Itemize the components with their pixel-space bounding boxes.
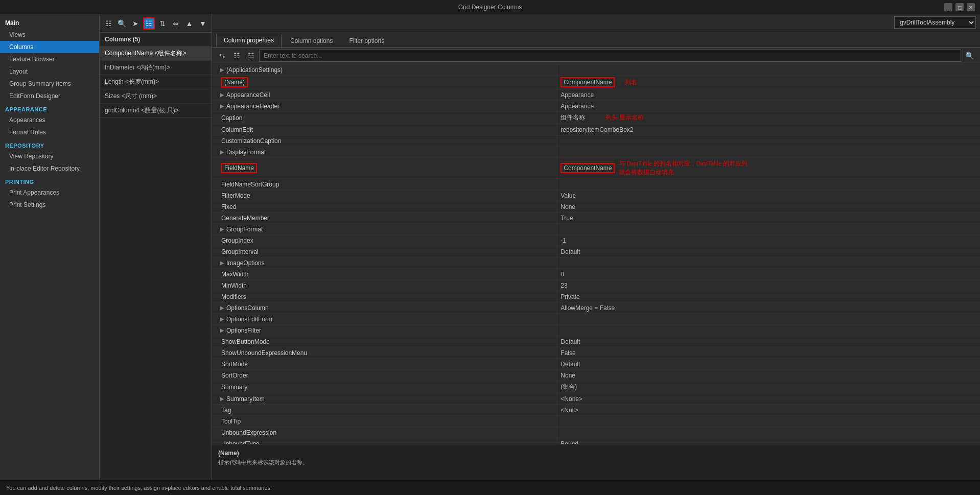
sidebar-item-layout[interactable]: Layout bbox=[0, 65, 99, 78]
table-row[interactable]: ▶SummaryItem<None> bbox=[212, 393, 980, 405]
table-row[interactable]: ColumnEditrepositoryItemComboBox2 bbox=[212, 124, 980, 135]
prop-name-label: MinWidth bbox=[221, 282, 247, 289]
column-item[interactable]: ComponentName <组件名称> bbox=[100, 46, 212, 61]
table-row[interactable]: (Name)ComponentName列名 bbox=[212, 76, 980, 89]
table-row[interactable]: ▶OptionsColumnAllowMerge = False bbox=[212, 302, 980, 314]
merge-button[interactable]: ⇔ bbox=[170, 17, 181, 30]
down-button[interactable]: ▼ bbox=[197, 17, 208, 30]
column-item[interactable]: InDiameter <内径(mm)> bbox=[100, 61, 212, 75]
table-row[interactable]: ▶AppearanceCellAppearance bbox=[212, 89, 980, 101]
sidebar-item-columns[interactable]: Columns bbox=[0, 41, 99, 53]
columns-panel: ☷ 🔍 ➤ ☷ ⇅ ⇔ ▲ ▼ Columns (5) ComponentNam… bbox=[100, 14, 212, 480]
sidebar-item-print-settings[interactable]: Print Settings bbox=[0, 199, 99, 211]
split-button[interactable]: ⇅ bbox=[157, 17, 168, 30]
sidebar-item-appearances[interactable]: Appearances bbox=[0, 114, 99, 126]
table-row[interactable]: ▶DisplayFormat bbox=[212, 147, 980, 158]
prop-value-cell: None bbox=[557, 370, 980, 381]
sidebar-item-view-repository[interactable]: View Repository bbox=[0, 150, 99, 162]
prop-name-label: Modifiers bbox=[221, 293, 246, 300]
prop-name-cell: GroupInterval bbox=[212, 246, 557, 257]
table-row[interactable]: GenerateMemberTrue bbox=[212, 213, 980, 224]
table-row[interactable]: SortModeDefault bbox=[212, 359, 980, 370]
props-sort-cat-button[interactable]: ☷ bbox=[230, 50, 243, 62]
prop-name-cell: Caption bbox=[212, 112, 557, 124]
table-row[interactable]: Caption组件名称列头 显示名称 bbox=[212, 112, 980, 124]
table-row[interactable]: ShowButtonModeDefault bbox=[212, 336, 980, 347]
prop-name-label: FilterMode bbox=[221, 192, 250, 199]
prop-name-label: ShowUnboundExpressionMenu bbox=[221, 349, 307, 357]
table-row[interactable]: MinWidth23 bbox=[212, 280, 980, 291]
tab-column-properties[interactable]: Column properties bbox=[216, 34, 282, 47]
sidebar-item-inplace-editor[interactable]: In-place Editor Repository bbox=[0, 162, 99, 175]
prop-name-cell[interactable]: ▶OptionsEditForm bbox=[212, 314, 557, 324]
table-row[interactable]: ▶GroupFormat bbox=[212, 224, 980, 235]
table-row[interactable]: GroupIndex-1 bbox=[212, 235, 980, 246]
table-row[interactable]: ▶OptionsFilter bbox=[212, 325, 980, 336]
props-filter-button[interactable]: ☷ bbox=[245, 50, 257, 62]
sidebar-item-feature-browser[interactable]: Feature Browser bbox=[0, 53, 99, 65]
prop-name-cell[interactable]: ▶GroupFormat bbox=[212, 224, 557, 234]
title-bar-text: Grid Designer Columns bbox=[458, 4, 522, 11]
sidebar-item-editform[interactable]: EditForm Designer bbox=[0, 90, 99, 102]
column-item[interactable]: Length <长度(mm)> bbox=[100, 75, 212, 89]
grid-view-button[interactable]: ☷ bbox=[103, 17, 114, 30]
prop-name-label: GroupInterval bbox=[221, 248, 259, 255]
prop-name-label: AppearanceHeader bbox=[226, 103, 279, 110]
restore-button[interactable]: ◻ bbox=[955, 3, 964, 11]
prop-name-cell: FieldName bbox=[212, 158, 557, 178]
table-row[interactable]: CustomizationCaption bbox=[212, 135, 980, 147]
column-item[interactable]: gridColumn4 <数量(根,只)> bbox=[100, 104, 212, 118]
arrow-button[interactable]: ➤ bbox=[130, 17, 141, 30]
close-button[interactable]: ✕ bbox=[967, 3, 975, 11]
table-row[interactable]: UnboundTypeBound bbox=[212, 438, 980, 444]
table-row[interactable]: ▶ImageOptions bbox=[212, 257, 980, 269]
up-button[interactable]: ▲ bbox=[183, 17, 195, 30]
search-button[interactable]: 🔍 bbox=[116, 17, 127, 30]
prop-name-cell[interactable]: ▶AppearanceCell bbox=[212, 89, 557, 100]
table-row[interactable]: ToolTip bbox=[212, 416, 980, 427]
prop-name-cell[interactable]: ▶SummaryItem bbox=[212, 393, 557, 404]
prop-name-cell[interactable]: ▶(ApplicationSettings) bbox=[212, 64, 557, 75]
table-row[interactable]: FieldNameComponentName与 DataTable 的列名相对应… bbox=[212, 158, 980, 179]
table-row[interactable]: ▶(ApplicationSettings) bbox=[212, 64, 980, 76]
table-row[interactable]: ShowUnboundExpressionMenuFalse bbox=[212, 347, 980, 359]
table-row[interactable]: ModifiersPrivate bbox=[212, 291, 980, 302]
prop-value-cell: False bbox=[557, 347, 980, 358]
prop-name-cell[interactable]: ▶ImageOptions bbox=[212, 257, 557, 268]
status-bar: You can add and delete columns, modify t… bbox=[0, 480, 980, 495]
prop-name-label: (ApplicationSettings) bbox=[226, 66, 283, 74]
tab-filter-options[interactable]: Filter options bbox=[341, 34, 392, 47]
add-col-button[interactable]: ☷ bbox=[143, 17, 155, 30]
prop-name-cell[interactable]: ▶AppearanceHeader bbox=[212, 101, 557, 111]
table-row[interactable]: SortOrderNone bbox=[212, 370, 980, 381]
prop-name-label: ColumnEdit bbox=[221, 126, 253, 133]
grid-dropdown[interactable]: gvDrillToolAssembly bbox=[894, 16, 976, 29]
minimize-button[interactable]: ⎯ bbox=[944, 3, 952, 11]
prop-value-cell: Default bbox=[557, 246, 980, 257]
column-item[interactable]: Sizes <尺寸 (mm)> bbox=[100, 89, 212, 104]
prop-value-cell: None bbox=[557, 201, 980, 212]
table-row[interactable]: FieldNameSortGroup bbox=[212, 179, 980, 190]
sidebar-item-print-appearances[interactable]: Print Appearances bbox=[0, 186, 99, 199]
prop-name-label: Caption bbox=[221, 114, 242, 122]
prop-name-cell[interactable]: ▶DisplayFormat bbox=[212, 147, 557, 157]
table-row[interactable]: FixedNone bbox=[212, 201, 980, 213]
tab-column-options[interactable]: Column options bbox=[283, 34, 340, 47]
table-row[interactable]: Summary(集合) bbox=[212, 381, 980, 393]
table-row[interactable]: MaxWidth0 bbox=[212, 269, 980, 280]
sidebar-section-main[interactable]: Main bbox=[0, 16, 99, 29]
prop-name-cell[interactable]: ▶OptionsFilter bbox=[212, 325, 557, 336]
columns-toolbar: ☷ 🔍 ➤ ☷ ⇅ ⇔ ▲ ▼ bbox=[100, 14, 212, 33]
search-input[interactable] bbox=[259, 50, 961, 62]
sidebar-item-views[interactable]: Views bbox=[0, 29, 99, 41]
table-row[interactable]: GroupIntervalDefault bbox=[212, 246, 980, 257]
table-row[interactable]: FilterModeValue bbox=[212, 190, 980, 201]
prop-name-cell[interactable]: ▶OptionsColumn bbox=[212, 302, 557, 313]
table-row[interactable]: ▶AppearanceHeaderAppearance bbox=[212, 101, 980, 112]
sidebar-item-group-summary[interactable]: Group Summary Items bbox=[0, 78, 99, 90]
table-row[interactable]: ▶OptionsEditForm bbox=[212, 314, 980, 325]
table-row[interactable]: UnboundExpression bbox=[212, 427, 980, 438]
table-row[interactable]: Tag<Null> bbox=[212, 405, 980, 416]
sidebar-item-format-rules[interactable]: Format Rules bbox=[0, 126, 99, 138]
props-sort-az-button[interactable]: ⇆ bbox=[216, 50, 228, 62]
